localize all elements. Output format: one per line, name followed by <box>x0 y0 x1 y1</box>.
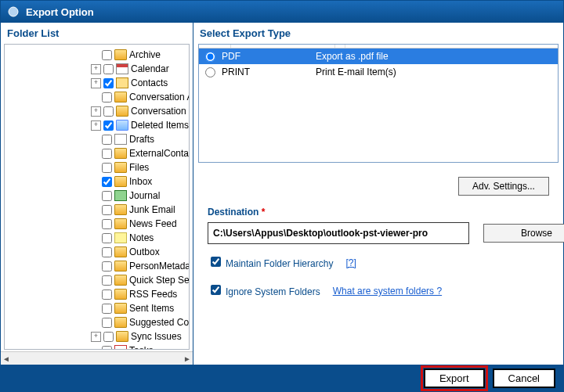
expand-icon[interactable]: + <box>91 78 101 88</box>
tree-node[interactable]: Conversation Act <box>5 90 187 104</box>
scroll-right-icon[interactable]: ► <box>183 354 191 363</box>
tree-node-label: ExternalContacts <box>129 148 190 159</box>
tree-node[interactable]: Notes <box>5 231 187 245</box>
tree-checkbox[interactable] <box>102 135 112 145</box>
expand-icon[interactable] <box>91 164 99 172</box>
browse-button[interactable]: Browse <box>483 224 564 243</box>
outbox-icon <box>114 246 127 257</box>
tree-checkbox[interactable] <box>102 233 112 243</box>
tree-node[interactable]: ExternalContacts <box>5 146 187 160</box>
expand-icon[interactable] <box>91 93 99 102</box>
folder-icon <box>114 317 127 328</box>
folder-icon <box>114 162 127 173</box>
tree-node[interactable]: Quick Step Setting <box>5 273 187 287</box>
export-type-row[interactable]: PRINTPrint E-mail Item(s) <box>199 64 558 80</box>
notes-icon <box>114 232 127 243</box>
tree-node-label: Inbox <box>129 176 152 187</box>
tree-checkbox[interactable] <box>102 149 112 159</box>
tree-node[interactable]: Tasks <box>5 343 187 350</box>
expand-icon[interactable] <box>91 290 99 299</box>
folder-tree[interactable]: Archive+Calendar+ContactsConversation Ac… <box>4 44 190 350</box>
expand-icon[interactable] <box>91 234 99 243</box>
expand-icon[interactable] <box>91 248 99 257</box>
tree-checkbox[interactable] <box>102 205 112 215</box>
tree-checkbox[interactable] <box>103 332 114 342</box>
tree-checkbox[interactable] <box>103 64 114 74</box>
tree-node[interactable]: +Contacts <box>5 76 187 90</box>
expand-icon[interactable] <box>91 347 99 351</box>
expand-icon[interactable] <box>91 262 99 271</box>
expand-icon[interactable]: + <box>91 64 101 74</box>
tree-checkbox[interactable] <box>102 318 112 328</box>
system-folders-help-link[interactable]: What are system folders ? <box>333 286 442 297</box>
tree-node[interactable]: Outbox <box>5 245 187 259</box>
tree-node-label: Conversation Hist <box>131 106 190 117</box>
tree-checkbox[interactable] <box>103 120 114 131</box>
tree-node[interactable]: Drafts <box>5 132 187 146</box>
expand-icon[interactable] <box>91 318 99 327</box>
tree-node[interactable]: PersonMetadata <box>5 259 187 273</box>
expand-icon[interactable] <box>91 192 99 200</box>
expand-icon[interactable] <box>91 276 99 285</box>
tree-node[interactable]: Junk Email <box>5 203 187 217</box>
folder-icon <box>116 331 128 342</box>
tree-checkbox[interactable] <box>102 219 112 229</box>
expand-icon[interactable] <box>91 135 99 144</box>
scroll-left-icon[interactable]: ◄ <box>2 354 10 363</box>
tree-node[interactable]: Files <box>5 160 187 174</box>
tree-node[interactable]: Journal <box>5 189 187 203</box>
expand-icon[interactable] <box>91 149 99 158</box>
journal-icon <box>114 190 127 201</box>
tree-checkbox[interactable] <box>102 261 112 272</box>
tree-checkbox[interactable] <box>102 191 112 201</box>
expand-icon[interactable] <box>91 220 99 228</box>
tree-node[interactable]: +Deleted Items <box>5 118 187 132</box>
tree-node[interactable]: +Sync Issues <box>5 329 187 343</box>
expand-icon[interactable] <box>91 178 99 186</box>
tree-checkbox[interactable] <box>102 92 112 102</box>
tree-checkbox[interactable] <box>102 247 112 257</box>
expand-icon[interactable]: + <box>91 332 101 342</box>
tree-checkbox[interactable] <box>102 177 112 187</box>
cancel-button[interactable]: Cancel <box>493 369 555 388</box>
expand-icon[interactable]: + <box>91 120 101 131</box>
maintain-hierarchy-checkbox[interactable]: Maintain Folder Hierarchy <box>211 257 333 269</box>
tree-checkbox[interactable] <box>102 163 112 173</box>
tree-horizontal-scrollbar[interactable]: ◄ ► <box>1 351 193 365</box>
tree-node[interactable]: Sent Items <box>5 301 187 315</box>
maintain-hierarchy-help-link[interactable]: [?] <box>345 257 356 268</box>
tree-node[interactable]: RSS Feeds <box>5 287 187 301</box>
tree-checkbox[interactable] <box>102 275 112 286</box>
tree-node[interactable]: +Conversation Hist <box>5 104 187 118</box>
tree-node-label: Deleted Items <box>131 120 189 131</box>
folder-icon <box>114 92 127 102</box>
tree-node[interactable]: News Feed <box>5 217 187 231</box>
tree-node[interactable]: Inbox <box>5 174 187 189</box>
export-type-radio[interactable] <box>205 52 215 62</box>
folder-list-title: Folder List <box>1 23 193 42</box>
drafts-icon <box>114 134 127 145</box>
export-type-radio[interactable] <box>205 67 215 77</box>
calendar-icon <box>116 63 128 74</box>
expand-icon[interactable]: + <box>91 106 101 117</box>
tree-checkbox[interactable] <box>102 304 112 314</box>
tree-node-label: Conversation Act <box>129 92 190 102</box>
tree-node[interactable]: +Calendar <box>5 62 187 76</box>
tree-node[interactable]: Suggested Contac <box>5 315 187 329</box>
tree-checkbox[interactable] <box>103 106 114 117</box>
tree-node[interactable]: Archive <box>5 48 187 62</box>
tree-checkbox[interactable] <box>103 78 114 88</box>
export-type-name: PDF <box>222 51 316 62</box>
expand-icon[interactable] <box>91 304 99 313</box>
adv-settings-button[interactable]: Adv. Settings... <box>458 177 549 196</box>
tree-checkbox[interactable] <box>102 50 112 60</box>
expand-icon[interactable] <box>91 206 99 214</box>
ignore-system-folders-checkbox[interactable]: Ignore System Folders <box>211 285 320 297</box>
export-type-list: PDFExport as .pdf filePRINTPrint E-mail … <box>198 44 559 163</box>
destination-input[interactable] <box>208 222 469 244</box>
export-button[interactable]: Export <box>424 369 485 388</box>
expand-icon[interactable] <box>91 51 99 59</box>
export-type-row[interactable]: PDFExport as .pdf file <box>199 49 558 64</box>
tree-checkbox[interactable] <box>102 346 112 351</box>
tree-checkbox[interactable] <box>102 290 112 300</box>
